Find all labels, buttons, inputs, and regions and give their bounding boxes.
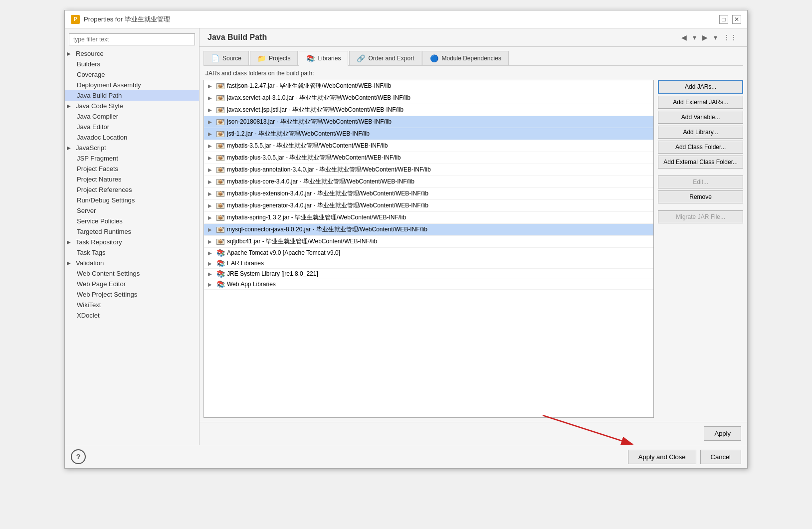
sidebar-item-label: JavaScript [76, 144, 106, 152]
jar-list-item[interactable]: ▶📚Apache Tomcat v9.0 [Apache Tomcat v9.0… [204, 248, 653, 258]
sidebar-item-project-references[interactable]: Project References [65, 184, 199, 195]
add-jars-button[interactable]: Add JARs... [658, 80, 743, 94]
jar-list-item[interactable]: ▶📦javax.servlet.jsp.jstl.jar - 毕业生就业管理/W… [204, 104, 653, 116]
nav-forward-button[interactable]: ▶ [700, 32, 710, 42]
tabs-bar: 📄 Source 📁 Projects 📚 Libraries 🔗 Order … [203, 51, 743, 66]
sidebar-item-label: Resource [76, 50, 104, 57]
filter-input[interactable] [69, 33, 195, 45]
jar-icon: 📦 [216, 107, 225, 114]
sidebar-item-wikitext[interactable]: WikiText [65, 300, 199, 310]
tab-module-dependencies[interactable]: 🔵 Module Dependencies [422, 51, 508, 65]
jar-list[interactable]: ▶📦fastjson-1.2.47.jar - 毕业生就业管理/WebConte… [203, 80, 654, 418]
sidebar-item-java-code-style[interactable]: ▶ Java Code Style [65, 101, 199, 111]
jar-list-item[interactable]: ▶📦mybatis-plus-extension-3.4.0.jar - 毕业生… [204, 188, 653, 200]
migrate-jar-file-button[interactable]: Migrate JAR File... [658, 210, 743, 223]
remove-button[interactable]: Remove [658, 190, 743, 203]
jar-list-item[interactable]: ▶📦mybatis-plus-generator-3.4.0.jar - 毕业生… [204, 200, 653, 212]
panel-header: Java Build Path ◀ ▾ ▶ ▾ ⋮⋮ [200, 28, 747, 47]
sidebar-item-label: Javadoc Location [77, 134, 127, 141]
sidebar-item-jsp-fragment[interactable]: JSP Fragment [65, 153, 199, 164]
tab-libraries[interactable]: 📚 Libraries [299, 51, 348, 66]
jar-list-item[interactable]: ▶📦javax.servlet-api-3.1.0.jar - 毕业生就业管理/… [204, 92, 653, 104]
jar-list-item[interactable]: ▶📚Web App Libraries [204, 279, 653, 290]
apply-and-close-button[interactable]: Apply and Close [628, 450, 696, 464]
jar-list-item[interactable]: ▶📦mybatis-plus-core-3.4.0.jar - 毕业生就业管理/… [204, 176, 653, 188]
panel-title: Java Build Path [207, 33, 267, 42]
cancel-button[interactable]: Cancel [700, 450, 741, 464]
tab-source[interactable]: 📄 Source [203, 51, 249, 65]
sidebar-item-label: Java Build Path [77, 92, 122, 99]
jar-list-item[interactable]: ▶📚EAR Libraries [204, 258, 653, 269]
jar-list-item[interactable]: ▶📦jstl-1.2.jar - 毕业生就业管理/WebContent/WEB-… [204, 128, 653, 140]
jar-list-item[interactable]: ▶📦mybatis-plus-annotation-3.4.0.jar - 毕业… [204, 164, 653, 176]
tab-label: Order and Export [368, 55, 414, 62]
jar-list-item[interactable]: ▶📦mybatis-3.5.5.jar - 毕业生就业管理/WebContent… [204, 140, 653, 152]
jar-list-item[interactable]: ▶📦fastjson-1.2.47.jar - 毕业生就业管理/WebConte… [204, 80, 653, 92]
jar-list-item[interactable]: ▶📦json-20180813.jar - 毕业生就业管理/WebContent… [204, 116, 653, 128]
tab-projects[interactable]: 📁 Projects [250, 51, 298, 65]
sidebar-item-coverage[interactable]: Coverage [65, 69, 199, 80]
expand-arrow: ▶ [208, 239, 214, 244]
tab-label: Module Dependencies [441, 55, 501, 62]
sidebar-item-resource[interactable]: ▶ Resource [65, 48, 199, 59]
sidebar-item-deployment-assembly[interactable]: Deployment Assembly [65, 80, 199, 90]
add-variable-button[interactable]: Add Variable... [658, 111, 743, 124]
add-external-class-folder-button[interactable]: Add External Class Folder... [658, 156, 743, 169]
add-library-button[interactable]: Add Library... [658, 126, 743, 139]
expand-arrow: ▶ [67, 51, 74, 56]
order-export-tab-icon: 🔗 [357, 54, 365, 62]
sidebar-item-web-content-settings[interactable]: Web Content Settings [65, 268, 199, 279]
jar-list-item[interactable]: ▶📦mysql-connector-java-8.0.20.jar - 毕业生就… [204, 224, 653, 236]
sidebar-item-javadoc-location[interactable]: Javadoc Location [65, 132, 199, 143]
jar-icon: 📦 [216, 95, 225, 102]
sidebar-item-targeted-runtimes[interactable]: Targeted Runtimes [65, 226, 199, 237]
nav-back-dropdown[interactable]: ▾ [691, 32, 698, 42]
sidebar-item-run-debug-settings[interactable]: Run/Debug Settings [65, 195, 199, 205]
nav-back-button[interactable]: ◀ [679, 32, 689, 42]
sidebar-item-project-natures[interactable]: Project Natures [65, 174, 199, 184]
close-button[interactable]: ✕ [732, 15, 741, 24]
nav-forward-dropdown[interactable]: ▾ [712, 32, 719, 42]
add-external-jars-button[interactable]: Add External JARs... [658, 96, 743, 109]
sidebar-item-label: Java Code Style [76, 102, 123, 110]
expand-arrow: ▶ [208, 107, 214, 113]
apply-button[interactable]: Apply [704, 426, 741, 441]
sidebar-item-java-editor[interactable]: Java Editor [65, 122, 199, 132]
jar-icon: 📦 [216, 190, 225, 197]
jar-list-item[interactable]: ▶📚JRE System Library [jre1.8.0_221] [204, 269, 653, 279]
sidebar-item-java-compiler[interactable]: Java Compiler [65, 111, 199, 122]
sidebar-item-label: Java Editor [77, 123, 109, 131]
edit-button[interactable]: Edit... [658, 176, 743, 188]
nav-menu-button[interactable]: ⋮⋮ [721, 32, 739, 42]
jar-icon: 📦 [216, 202, 225, 209]
sidebar-item-server[interactable]: Server [65, 205, 199, 216]
footer-action-buttons: Apply and Close Cancel [628, 450, 741, 464]
help-button[interactable]: ? [71, 449, 86, 464]
sidebar-item-web-page-editor[interactable]: Web Page Editor [65, 279, 199, 289]
sidebar-item-xdoclet[interactable]: XDoclet [65, 310, 199, 321]
jar-list-item[interactable]: ▶📦sqljdbc41.jar - 毕业生就业管理/WebContent/WEB… [204, 236, 653, 248]
sidebar-item-project-facets[interactable]: Project Facets [65, 164, 199, 174]
sidebar-item-java-build-path[interactable]: Java Build Path [65, 90, 199, 101]
expand-arrow: ▶ [208, 271, 214, 277]
jar-list-item[interactable]: ▶📦mybatis-plus-3.0.5.jar - 毕业生就业管理/WebCo… [204, 152, 653, 164]
expand-arrow: ▶ [67, 260, 74, 266]
sidebar-item-service-policies[interactable]: Service Policies [65, 216, 199, 226]
sidebar-item-task-repository[interactable]: ▶ Task Repository [65, 237, 199, 247]
tab-label: Libraries [318, 55, 341, 62]
maximize-button[interactable]: □ [719, 15, 728, 24]
sidebar-item-label: Builders [77, 60, 100, 68]
sidebar-item-javascript[interactable]: ▶ JavaScript [65, 143, 199, 153]
sidebar-item-label: Project Natures [77, 176, 122, 183]
sidebar-item-web-project-settings[interactable]: Web Project Settings [65, 289, 199, 300]
sidebar-item-validation[interactable]: ▶ Validation [65, 258, 199, 268]
tab-order-export[interactable]: 🔗 Order and Export [349, 51, 421, 65]
sidebar-item-label: XDoclet [77, 312, 100, 319]
jar-item-label: sqljdbc41.jar - 毕业生就业管理/WebContent/WEB-I… [227, 237, 377, 246]
add-class-folder-button[interactable]: Add Class Folder... [658, 141, 743, 154]
jar-list-item[interactable]: ▶📦mybatis-spring-1.3.2.jar - 毕业生就业管理/Web… [204, 212, 653, 224]
sidebar-item-builders[interactable]: Builders [65, 59, 199, 69]
jar-icon: 📦 [216, 226, 225, 233]
sidebar-item-task-tags[interactable]: Task Tags [65, 247, 199, 258]
lib-icon: 📚 [216, 270, 225, 277]
